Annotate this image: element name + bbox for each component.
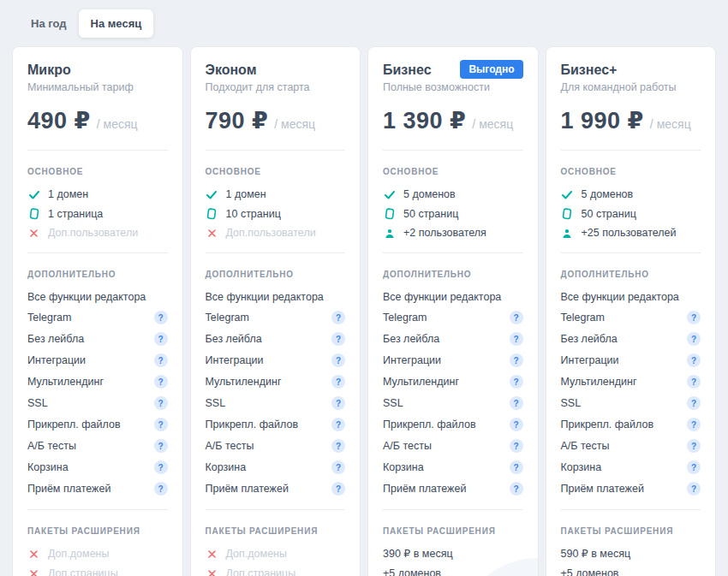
help-icon[interactable]: ? (331, 396, 345, 410)
feature-item: Приём платежей? (561, 482, 701, 496)
help-icon[interactable]: ? (687, 311, 701, 324)
basic-item: 5 доменов (383, 189, 523, 200)
item-label: Все функции редактора (27, 292, 146, 303)
item-label: Интеграции (206, 355, 264, 366)
features-list: Все функции редактораTelegram?Без лейбла… (561, 292, 701, 496)
help-icon[interactable]: ? (510, 353, 523, 367)
help-icon[interactable]: ? (510, 396, 523, 410)
help-icon[interactable]: ? (331, 311, 345, 324)
item-label: Приём платежей (206, 484, 289, 495)
item-label: Доп.домены (226, 549, 287, 560)
basic-item: Доп.пользователи (27, 228, 168, 239)
plan-cards: Микро Минимальный тариф 490 ₽ / месяц ос… (12, 46, 716, 576)
cross-icon (27, 550, 40, 558)
basic-item: 50 страниц (561, 208, 701, 220)
packages-list: 590 ₽ в месяц+5 доменов+50 страниц (561, 549, 701, 576)
help-icon[interactable]: ? (687, 418, 701, 431)
feature-item: Все функции редактора (561, 292, 701, 303)
basic-item: 5 доменов (561, 189, 701, 200)
help-icon[interactable]: ? (331, 375, 345, 389)
plan-price: 490 ₽ (27, 107, 91, 134)
divider (27, 150, 168, 151)
plan-card: Микро Минимальный тариф 490 ₽ / месяц ос… (12, 46, 183, 576)
feature-item: А/Б тесты? (27, 439, 168, 453)
help-icon[interactable]: ? (331, 482, 345, 496)
item-label: Telegram (383, 312, 427, 324)
help-icon[interactable]: ? (331, 439, 345, 453)
cross-icon (206, 550, 218, 558)
basic-item: 10 страниц (206, 208, 346, 220)
page-icon (383, 208, 396, 220)
help-icon[interactable]: ? (687, 460, 701, 474)
item-label: Доп.домены (48, 549, 109, 560)
basic-item: 1 домен (27, 189, 168, 200)
divider (206, 252, 346, 253)
help-icon[interactable]: ? (154, 396, 168, 410)
help-icon[interactable]: ? (154, 311, 168, 324)
item-label: Все функции редактора (383, 292, 501, 303)
help-icon[interactable]: ? (687, 375, 701, 389)
basic-item: +2 пользователя (383, 228, 523, 239)
help-icon[interactable]: ? (510, 375, 523, 389)
help-icon[interactable]: ? (331, 332, 345, 346)
plan-subtitle: Минимальный тариф (27, 81, 168, 93)
help-icon[interactable]: ? (154, 418, 168, 431)
help-icon[interactable]: ? (154, 353, 168, 367)
item-label: А/Б тесты (206, 441, 254, 452)
feature-item: Telegram? (383, 311, 523, 324)
help-icon[interactable]: ? (154, 332, 168, 346)
basics-list: 1 домен1 страницаДоп.пользователи (27, 189, 168, 239)
billing-toggle-option[interactable]: На год (19, 9, 79, 38)
help-icon[interactable]: ? (331, 460, 345, 474)
features-list: Все функции редактораTelegram?Без лейбла… (383, 292, 523, 496)
plan-header: Бизнес+ (561, 62, 701, 79)
help-icon[interactable]: ? (510, 311, 523, 324)
plan-price-row: 490 ₽ / месяц (27, 107, 168, 134)
feature-item: Все функции редактора (206, 292, 346, 303)
item-label: Все функции редактора (561, 292, 679, 303)
help-icon[interactable]: ? (687, 353, 701, 367)
feature-item: Корзина? (561, 460, 701, 474)
item-label: Приём платежей (561, 484, 644, 495)
item-label: Доп.пользователи (48, 228, 138, 239)
item-label: Telegram (206, 312, 249, 324)
billing-toggle-option[interactable]: На месяц (79, 9, 154, 38)
feature-item: SSL? (206, 396, 346, 410)
help-icon[interactable]: ? (154, 439, 168, 453)
help-icon[interactable]: ? (154, 482, 168, 496)
divider (561, 150, 701, 151)
item-label: Корзина (27, 462, 69, 473)
help-icon[interactable]: ? (510, 332, 523, 346)
plan-badge: Выгодно (460, 60, 522, 79)
item-label: 390 ₽ в месяц (383, 549, 453, 560)
item-label: Все функции редактора (206, 292, 324, 303)
plan-name: Микро (27, 62, 71, 79)
help-icon[interactable]: ? (687, 396, 701, 410)
feature-item: А/Б тесты? (206, 439, 346, 453)
help-icon[interactable]: ? (154, 375, 168, 389)
help-icon[interactable]: ? (510, 439, 523, 453)
help-icon[interactable]: ? (687, 439, 701, 453)
pricing-page: На годНа месяц Микро Минимальный тариф 4… (0, 0, 728, 576)
help-icon[interactable]: ? (687, 482, 701, 496)
feature-item: А/Б тесты? (383, 439, 523, 453)
plan-subtitle: Для командной работы (561, 81, 701, 93)
help-icon[interactable]: ? (331, 418, 345, 431)
help-icon[interactable]: ? (510, 460, 523, 474)
item-label: Приём платежей (383, 484, 466, 495)
help-icon[interactable]: ? (510, 418, 523, 431)
feature-item: SSL? (561, 396, 701, 410)
feature-item: Корзина? (206, 460, 346, 474)
package-item: +5 доменов (561, 568, 701, 576)
help-icon[interactable]: ? (154, 460, 168, 474)
item-label: Telegram (27, 312, 71, 324)
help-icon[interactable]: ? (510, 482, 523, 496)
item-label: А/Б тесты (561, 441, 610, 452)
item-label: SSL (561, 398, 582, 409)
help-icon[interactable]: ? (331, 353, 345, 367)
plan-card: Бизнес Выгодно Полные возможности 1 390 … (367, 46, 539, 576)
help-icon[interactable]: ? (687, 332, 701, 346)
features-list: Все функции редактораTelegram?Без лейбла… (27, 292, 168, 496)
item-label: Приём платежей (27, 484, 110, 495)
plan-subtitle: Подходит для старта (206, 81, 346, 93)
